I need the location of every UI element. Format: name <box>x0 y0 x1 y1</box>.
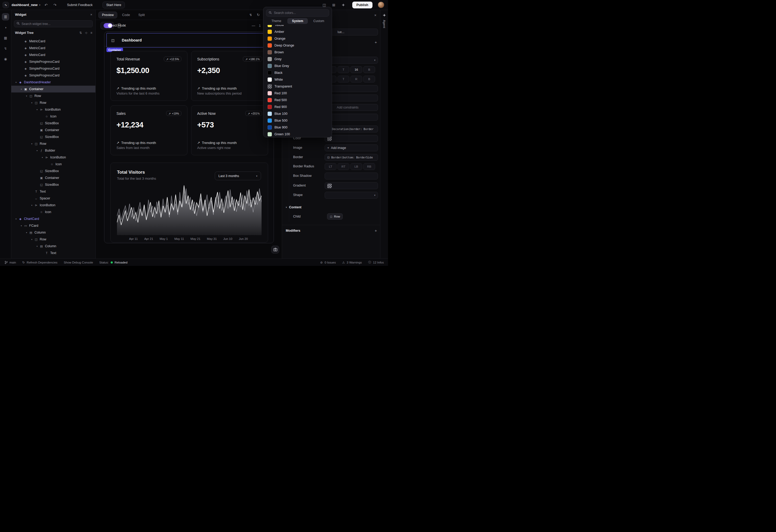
chevron-down-icon[interactable]: ▾ <box>40 156 44 159</box>
color-field[interactable] <box>325 135 378 142</box>
tree-item-simpleprogresscard[interactable]: ◈SimpleProgressCard <box>11 72 95 79</box>
git-branch[interactable]: main <box>5 261 16 264</box>
refresh-dependencies-button[interactable]: ↻ Refresh Dependencies <box>22 261 57 264</box>
tree-item-metriccard[interactable]: ◈MetricCard <box>11 38 95 45</box>
ltrb-field[interactable]: RT <box>338 163 349 170</box>
start-here-button[interactable]: Start Here <box>103 2 125 8</box>
color-option-red-500[interactable]: Red 500 <box>263 97 332 103</box>
child-widget-chip[interactable]: ◫ Row <box>327 213 343 220</box>
inspect-mode-control[interactable]: Inspect Mode <box>101 22 114 29</box>
tab-split[interactable]: Split <box>135 12 148 18</box>
modifiers-section-header[interactable]: Modifiers <box>286 229 301 233</box>
rail-item-assets[interactable]: ▦ <box>2 34 9 41</box>
sort-icon[interactable]: ⇅ <box>79 31 82 35</box>
tab-preview[interactable]: Preview <box>98 12 117 18</box>
color-option-blue-500[interactable]: Blue 500 <box>263 117 332 124</box>
border-field[interactable]: ⊡Border(bottom: BorderSide <box>325 154 378 161</box>
redo-button[interactable]: ↷ <box>52 2 58 8</box>
tree-item-row[interactable]: ▾◫Row <box>11 236 95 243</box>
tab-custom[interactable]: Custom <box>308 18 329 24</box>
tree-item-iconbutton[interactable]: ▾⊳IconButton <box>11 106 95 113</box>
color-option-orange[interactable]: Orange <box>263 35 332 42</box>
color-option-blue-grey[interactable]: Blue Grey <box>263 62 332 69</box>
color-search-input[interactable] <box>274 11 327 15</box>
zoom-out-icon[interactable]: — <box>252 24 255 28</box>
show-debug-console-button[interactable]: Show Debug Console <box>64 261 93 264</box>
chevron-down-icon[interactable]: ▾ <box>30 238 34 241</box>
toggle-grid-panel-icon[interactable]: ⊞ <box>331 2 337 8</box>
ltrb-field[interactable]: T <box>338 76 349 82</box>
chevron-down-icon[interactable]: ▾ <box>30 204 34 207</box>
chevron-down-icon[interactable]: ▾ <box>14 81 18 83</box>
tree-item-sizedbox[interactable]: ◱SizedBox <box>11 134 95 140</box>
tree-item-sizedbox[interactable]: ◱SizedBox <box>11 256 95 259</box>
widget-tree-search[interactable] <box>14 20 93 27</box>
color-option-black[interactable]: Black <box>263 69 332 76</box>
gradient-field[interactable] <box>325 182 378 189</box>
tree-item-sizedbox[interactable]: ◱SizedBox <box>11 120 95 126</box>
rail-item-integrations[interactable]: ◉ <box>2 55 9 62</box>
ltrb-field[interactable]: RB <box>363 163 375 170</box>
sidebar-toggle-icon[interactable]: ◫ <box>111 38 114 42</box>
chevron-down-icon[interactable]: ▾ <box>35 150 39 152</box>
close-icon[interactable]: × <box>90 13 92 17</box>
tree-item-metriccard[interactable]: ◈MetricCard <box>11 51 95 58</box>
rail-item-theme[interactable]: ◑ <box>2 24 9 31</box>
color-option-amber[interactable]: Amber <box>263 28 332 35</box>
widget-tree-search-input[interactable] <box>22 22 90 26</box>
gradient-swatch[interactable] <box>327 184 332 188</box>
box-shadow-field[interactable] <box>325 173 378 180</box>
tree-item-column[interactable]: ▾▤Column <box>11 229 95 236</box>
tree-item-iconbutton[interactable]: ▾⊳IconButton <box>11 154 95 161</box>
ltrb-field[interactable]: LT <box>325 163 337 170</box>
agent-tab[interactable]: Agent <box>383 20 386 28</box>
publish-button[interactable]: Publish <box>352 2 373 8</box>
tree-item-spacer[interactable]: ↔Spacer <box>11 195 95 202</box>
tree-item-iconbutton[interactable]: ▾⊳IconButton <box>11 202 95 209</box>
ltrb-field[interactable]: B <box>363 66 375 73</box>
warnings-counter[interactable]: ⚠ 3 Warnings <box>342 261 362 264</box>
chevron-down-icon[interactable]: ▾ <box>30 143 34 145</box>
collapse-all-icon[interactable]: ≡ <box>90 31 92 35</box>
chevron-down-icon[interactable]: ▾ <box>30 102 34 104</box>
color-option-yellow[interactable]: Yellow <box>263 25 332 28</box>
chevron-down-icon[interactable]: ▾ <box>19 225 23 227</box>
date-range-select[interactable]: Last 3 months ▾ <box>215 172 261 180</box>
color-option-transparent[interactable]: Transparent <box>263 83 332 90</box>
content-section-header[interactable]: ▾ Content <box>286 206 302 209</box>
chevron-down-icon[interactable]: ▾ <box>19 88 23 90</box>
ltrb-field[interactable]: 16 <box>350 66 362 73</box>
tree-item-container[interactable]: ▣Container <box>11 126 95 134</box>
issues-counter[interactable]: ⊘ 0 Issues <box>320 261 336 264</box>
color-option-deep-orange[interactable]: Deep Orange <box>263 42 332 49</box>
tree-item-row[interactable]: ▾◫Row <box>11 92 95 99</box>
color-search[interactable] <box>266 9 329 17</box>
screenshot-button[interactable] <box>271 246 279 254</box>
tree-item-sizedbox[interactable]: ◱SizedBox <box>11 181 95 188</box>
color-option-red-900[interactable]: Red 900 <box>263 103 332 110</box>
agent-sparkle-icon[interactable] <box>383 14 386 17</box>
color-option-white[interactable]: White <box>263 76 332 83</box>
color-option-blue-900[interactable]: Blue 900 <box>263 124 332 131</box>
tree-item-row[interactable]: ▾◫Row <box>11 99 95 106</box>
tree-item-simpleprogresscard[interactable]: ◈SimpleProgressCard <box>11 65 95 72</box>
project-menu[interactable]: dashboard_new ▾ <box>12 3 40 7</box>
reload-icon[interactable]: ↻ <box>257 13 260 17</box>
tree-item-dashboardheader[interactable]: ▾◈DashboardHeader <box>11 79 95 86</box>
shape-select[interactable]: ▾ <box>325 192 378 199</box>
inspect-mode-toggle[interactable] <box>104 23 113 28</box>
tree-item-metriccard[interactable]: ◈MetricCard <box>11 45 95 51</box>
color-option-blue-100[interactable]: Blue 100 <box>263 110 332 117</box>
tree-item-container[interactable]: ▾▣Container <box>11 86 95 92</box>
sparkle-icon[interactable] <box>340 2 347 8</box>
color-option-grey[interactable]: Grey <box>263 56 332 62</box>
tree-item-text[interactable]: TText <box>11 188 95 195</box>
tree-item-chartcard[interactable]: ▾◈ChartCard <box>11 215 95 222</box>
app-preview-canvas[interactable]: ◫ Dashboard ⊞ Container Total Revenue↗+1… <box>104 31 274 243</box>
rail-item-actions[interactable]: ↯ <box>2 45 9 52</box>
locate-icon[interactable]: ⊹ <box>85 31 87 35</box>
tree-item-icon[interactable]: ☆Icon <box>11 209 95 215</box>
ltrb-field[interactable]: LB <box>350 163 362 170</box>
tree-item-column[interactable]: ▾▤Column <box>11 243 95 250</box>
ltrb-field[interactable]: B <box>363 76 375 82</box>
